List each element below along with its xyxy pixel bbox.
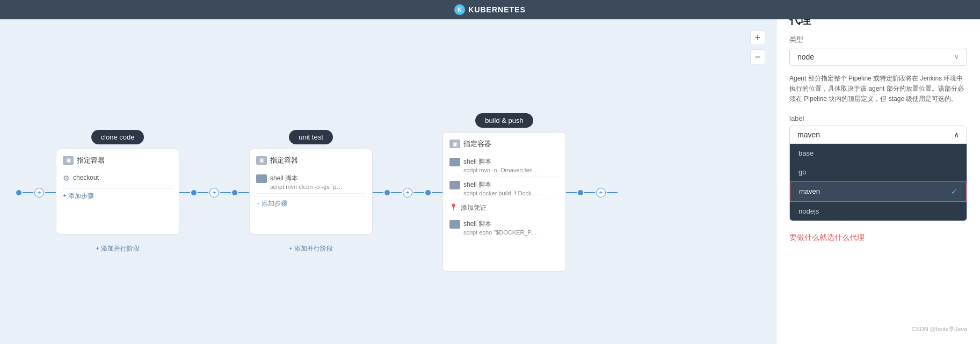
stage-card-clone: ▣ 指定容器 ⚙ checkout + 添加步骤 — [56, 149, 179, 235]
pipeline-canvas: + − + clone code ▣ 指定容器 ⚙ checkout — [0, 19, 776, 344]
conn-line — [413, 192, 424, 193]
stage-label-unit: unit test — [289, 130, 333, 144]
dropdown-list: base go maven ✓ nodejs — [790, 144, 967, 221]
step-shell-unit[interactable]: shell 脚本 script mvn clean -o -gs `pwd`/c… — [256, 171, 366, 194]
step-shell-build-2[interactable]: shell 脚本 script docker build -f Dockerfi… — [449, 177, 559, 200]
panel-description: Agent 部分指定整个 Pipeline 或特定阶段将在 Jenkins 环境… — [789, 74, 967, 105]
conn-line — [220, 192, 231, 193]
add-parallel-unit[interactable]: + 添加并行阶段 — [285, 242, 337, 255]
add-stage-left[interactable]: + — [34, 188, 44, 197]
card-header-label-clone: 指定容器 — [77, 156, 105, 165]
dropdown-item-nodejs-label: nodejs — [798, 207, 819, 215]
dropdown-item-go[interactable]: go — [790, 163, 967, 181]
card-header-label-unit: 指定容器 — [270, 156, 298, 165]
shell-icon-build-2 — [449, 181, 460, 189]
conn-line — [198, 192, 208, 193]
add-parallel-label-unit: + 添加并行阶段 — [289, 244, 333, 253]
credential-label: 添加凭证 — [461, 203, 487, 213]
stage-label-clone: clone code — [91, 130, 144, 144]
step-credential[interactable]: 📍 添加凭证 — [449, 200, 559, 216]
shell-label-build-4: shell 脚本 — [463, 220, 491, 228]
label-chevron: ∧ — [954, 130, 959, 139]
label-dropdown: maven ∧ base go maven ✓ nodejs — [789, 126, 967, 221]
dropdown-item-go-label: go — [798, 168, 806, 176]
conn-line — [373, 192, 383, 193]
shell-script-build-1: script mvn -o -Dmaven.test.skip=t... — [463, 167, 539, 173]
add-step-unit[interactable]: + 添加步骤 — [256, 196, 366, 211]
container-icon-build: ▣ — [449, 140, 460, 148]
type-section: 类型 node ∨ — [789, 35, 967, 66]
conn-line — [238, 192, 249, 193]
dropdown-item-maven[interactable]: maven ✓ — [790, 181, 967, 202]
label-label: label — [789, 114, 967, 122]
conn-dot — [425, 190, 431, 195]
card-header-build: ▣ 指定容器 — [449, 139, 559, 149]
checkout-label: checkout — [73, 174, 99, 181]
stage-card-build: ▣ 指定容器 shell 脚本 script mvn -o -Dmaven.te… — [442, 132, 566, 272]
pipeline-row: + clone code ▣ 指定容器 ⚙ checkout + 添加步骤 — [16, 113, 618, 272]
conn-line — [391, 192, 402, 193]
card-header-unit: ▣ 指定容器 — [256, 156, 366, 165]
conn-line — [432, 192, 442, 193]
shell-script-build-4: script echo "$DOCKER_PASS... — [463, 229, 539, 236]
dropdown-item-base[interactable]: base — [790, 144, 967, 163]
connector-1-2: + — [179, 188, 249, 197]
container-icon-clone: ▣ — [63, 156, 74, 165]
shell-icon-unit — [256, 174, 267, 183]
logo: K KUBERNETES — [454, 4, 525, 15]
dropdown-item-base-label: base — [798, 149, 814, 157]
connector-line — [23, 192, 33, 193]
canvas-controls: + − — [750, 30, 765, 64]
conn-line — [584, 192, 595, 193]
step-shell-build-1[interactable]: shell 脚本 script mvn -o -Dmaven.test.skip… — [449, 154, 559, 177]
step-shell-build-4[interactable]: shell 脚本 script echo "$DOCKER_PASS... — [449, 216, 559, 239]
dropdown-item-maven-label: maven — [799, 187, 820, 195]
conn-dot — [191, 190, 197, 195]
step-checkout[interactable]: ⚙ checkout — [63, 171, 172, 186]
logo-text: KUBERNETES — [468, 5, 525, 14]
shell-icon-build-1 — [449, 158, 460, 166]
label-section: label maven ∧ base go maven ✓ nodejs — [789, 114, 967, 221]
add-after-build[interactable]: + — [596, 188, 606, 197]
shell-script-build-2: script docker build -f Dockerfile-o... — [463, 190, 539, 196]
card-header-label-build: 指定容器 — [463, 139, 491, 149]
conn-line — [607, 192, 618, 193]
add-parallel-clone[interactable]: + 添加并行阶段 — [91, 242, 144, 255]
stage-build-push: build & push ▣ 指定容器 shell 脚本 script mvn … — [442, 113, 566, 272]
stage-card-unit: ▣ 指定容器 shell 脚本 script mvn clean -o -gs … — [249, 149, 373, 235]
connector-dot — [16, 190, 21, 195]
conn-line — [566, 192, 577, 193]
label-dropdown-header[interactable]: maven ∧ — [790, 126, 967, 144]
stage-label-build: build & push — [475, 113, 533, 128]
conn-line — [179, 192, 190, 193]
logo-icon: K — [454, 4, 465, 15]
panel-hint: 要做什么就选什么代理 — [789, 233, 967, 243]
right-panel: 代理 类型 node ∨ Agent 部分指定整个 Pipeline 或特定阶段… — [776, 0, 980, 344]
type-chevron: ∨ — [954, 53, 959, 61]
container-icon-unit: ▣ — [256, 156, 267, 165]
add-between-2-3[interactable]: + — [403, 188, 412, 197]
panel-footer: CSDN @beita学Java — [789, 325, 967, 333]
add-step-clone[interactable]: + 添加步骤 — [63, 188, 172, 203]
zoom-in-button[interactable]: + — [750, 30, 765, 45]
add-between-1-2[interactable]: + — [209, 188, 219, 197]
connector-2-3: + — [373, 188, 442, 197]
type-value: node — [797, 53, 814, 61]
shell-icon-build-4 — [449, 220, 460, 229]
right-end-connector: + — [566, 188, 618, 197]
credential-icon: 📍 — [449, 203, 458, 211]
checkout-icon: ⚙ — [63, 174, 70, 182]
shell-label-unit: shell 脚本 — [270, 174, 298, 182]
zoom-out-button[interactable]: − — [750, 49, 765, 64]
type-select[interactable]: node ∨ — [789, 48, 967, 66]
dropdown-item-nodejs[interactable]: nodejs — [790, 202, 967, 221]
top-bar: K KUBERNETES — [0, 0, 980, 19]
check-icon-maven: ✓ — [951, 187, 957, 196]
type-label: 类型 — [789, 35, 967, 45]
conn-dot — [578, 190, 583, 195]
shell-label-build-2: shell 脚本 — [463, 181, 491, 188]
conn-dot — [384, 190, 390, 195]
shell-script-unit: script mvn clean -o -gs `pwd`/con... — [270, 184, 345, 190]
add-step-label-unit: + 添加步骤 — [256, 199, 287, 208]
shell-label-build-1: shell 脚本 — [463, 158, 491, 165]
